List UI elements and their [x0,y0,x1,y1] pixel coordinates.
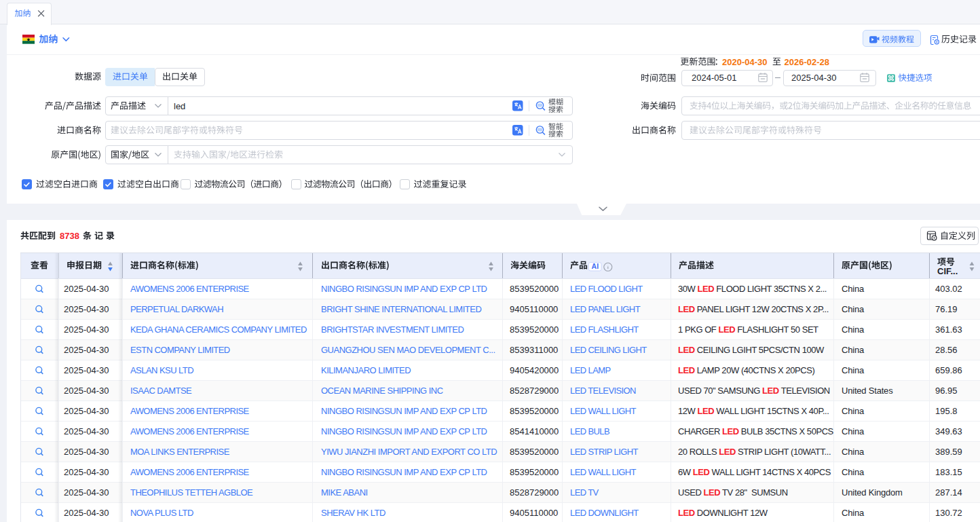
svg-text:NOVA PLUS LTD: NOVA PLUS LTD [130,508,193,518]
svg-text:2025-04-30: 2025-04-30 [64,487,109,498]
svg-text:MIKE ABANI: MIKE ABANI [321,487,368,498]
svg-text:130.72: 130.72 [935,508,962,518]
svg-text:LED STRIP LIGHT: LED STRIP LIGHT [570,447,639,457]
svg-text:LED LAMP: LED LAMP [570,365,611,375]
svg-text:LED PANEL LIGHT: LED PANEL LIGHT [570,304,641,314]
svg-text:BRIGHT SHINE INTERNATIONAL LIM: BRIGHT SHINE INTERNATIONAL LIMITED [321,304,481,314]
svg-text:389.59: 389.59 [935,447,962,457]
svg-text:China: China [842,508,865,518]
svg-text:12W LED WALL LIGHT 15CTNS X 40: 12W LED WALL LIGHT 15CTNS X 40P... [678,406,829,416]
svg-text:361.63: 361.63 [935,324,962,335]
svg-text:LED FLOOD LIGHT: LED FLOOD LIGHT [570,284,643,294]
svg-text:287.14: 287.14 [935,487,962,498]
svg-text:ASLAN KSU LTD: ASLAN KSU LTD [130,365,193,375]
svg-text:8539311000: 8539311000 [510,345,558,355]
svg-text:THEOPHILUS TETTEH AGBLOE: THEOPHILUS TETTEH AGBLOE [130,487,253,498]
svg-text:AWOMENS 2006 ENTERPRISE: AWOMENS 2006 ENTERPRISE [130,426,250,436]
svg-text:2026-02-28: 2026-02-28 [785,57,830,67]
svg-text:8539520000: 8539520000 [510,467,559,477]
svg-text:2025-04-30: 2025-04-30 [64,426,109,436]
svg-text:NINGBO RISINGSUN IMP AND EXP C: NINGBO RISINGSUN IMP AND EXP CP LTD [321,406,487,416]
svg-text:GUANGZHOU SEN MAO DEVELOPMENT: GUANGZHOU SEN MAO DEVELOPMENT C... [321,345,495,355]
svg-text:76.19: 76.19 [935,304,958,314]
svg-text:BRIGHTSTAR INVESTMENT LIMITED: BRIGHTSTAR INVESTMENT LIMITED [321,324,464,335]
svg-text:LED BULB: LED BULB [570,426,609,436]
svg-text:China: China [842,365,865,375]
svg-text:LED TELEVISION: LED TELEVISION [570,386,636,396]
svg-text:183.15: 183.15 [935,467,962,477]
svg-text:403.02: 403.02 [935,284,962,294]
svg-text:LED WALL LIGHT: LED WALL LIGHT [570,467,636,477]
svg-text:2025-04-30: 2025-04-30 [64,386,109,396]
svg-text:USED LED TV 28" SUMSUN: USED LED TV 28" SUMSUN [678,487,788,498]
svg-text:led: led [174,101,185,111]
svg-text:China: China [842,406,865,416]
svg-text:SHERAV HK LTD: SHERAV HK LTD [321,508,385,518]
svg-text:AI: AI [592,262,599,270]
svg-text:NINGBO RISINGSUN IMP AND EXP C: NINGBO RISINGSUN IMP AND EXP CP LTD [321,467,487,477]
svg-text:China: China [842,324,865,335]
svg-text:8528729000: 8528729000 [510,386,559,396]
svg-text:LED TV: LED TV [570,487,599,498]
svg-text:9405110000: 9405110000 [510,304,558,314]
svg-text:8539520000: 8539520000 [510,284,559,294]
svg-text:28.56: 28.56 [935,345,958,355]
svg-text:LED DOWNLIGHT: LED DOWNLIGHT [570,508,639,518]
svg-text:China: China [842,284,865,294]
svg-text:AWOMENS 2006 ENTERPRISE: AWOMENS 2006 ENTERPRISE [130,467,250,477]
svg-text:2020-04-30: 2020-04-30 [722,57,768,67]
svg-text:2024-05-01: 2024-05-01 [692,73,737,83]
svg-text:30W LED FLOOD LIGHT 35CTNS X 2: 30W LED FLOOD LIGHT 35CTNS X 2... [678,284,827,294]
svg-text:8539520000: 8539520000 [510,447,559,457]
svg-text:ESTN COMPANY LIMITED: ESTN COMPANY LIMITED [130,345,230,355]
svg-text:2025-04-30: 2025-04-30 [64,284,109,294]
svg-text:195.8: 195.8 [935,406,958,416]
svg-text:8539520000: 8539520000 [510,406,559,416]
svg-text:9405420000: 9405420000 [510,365,559,375]
svg-text:USED 70" SAMSUNG LED TELEVISIO: USED 70" SAMSUNG LED TELEVISION [678,386,830,396]
svg-text:2025-04-30: 2025-04-30 [64,406,109,416]
svg-text:96.95: 96.95 [935,386,958,396]
svg-text:AWOMENS 2006 ENTERPRISE: AWOMENS 2006 ENTERPRISE [130,284,250,294]
svg-text:CIF...: CIF... [937,266,958,276]
svg-text:2025-04-30: 2025-04-30 [64,304,109,314]
svg-text:United States: United States [842,386,893,396]
svg-text:LED CEILING LGIHT 5PCS/CTN 100: LED CEILING LGIHT 5PCS/CTN 100W [678,345,825,355]
svg-text:AWOMENS 2006 ENTERPRISE: AWOMENS 2006 ENTERPRISE [130,406,250,416]
svg-text:ISAAC DAMTSE: ISAAC DAMTSE [130,386,192,396]
svg-text:2025-04-30: 2025-04-30 [64,365,109,375]
svg-text:2025-04-30: 2025-04-30 [64,467,109,477]
svg-text:MOA LINKS ENTERPRISE: MOA LINKS ENTERPRISE [130,447,230,457]
svg-text:2025-04-30: 2025-04-30 [64,324,109,335]
svg-text:349.63: 349.63 [935,426,962,436]
svg-text:659.86: 659.86 [935,365,962,375]
svg-text:LED PANEL LIGHT 12W 20CTNS X 2: LED PANEL LIGHT 12W 20CTNS X 2P... [678,304,829,314]
svg-text:China: China [842,447,865,457]
svg-text:YIWU JIANZHI IMPORT AND EXPORT: YIWU JIANZHI IMPORT AND EXPORT CO LTD [321,447,497,457]
svg-text:2025-04-30: 2025-04-30 [64,508,109,518]
svg-text:China: China [842,426,865,436]
svg-text:KILIMANJARO LIMITED: KILIMANJARO LIMITED [321,365,411,375]
svg-text:9405110000: 9405110000 [510,508,558,518]
svg-text:PERPETUAL DARKWAH: PERPETUAL DARKWAH [130,304,223,314]
svg-text:2025-04-30: 2025-04-30 [791,73,837,83]
svg-text:CHARGER LED BULB 35CTNS X 50PC: CHARGER LED BULB 35CTNS X 50PCS [678,426,834,436]
svg-text:6W LED WALL LIGHT 14CTNS X 40P: 6W LED WALL LIGHT 14CTNS X 40PCS [678,467,831,477]
svg-text:8528729000: 8528729000 [510,487,559,498]
svg-text:United Kingdom: United Kingdom [842,487,903,498]
svg-text:LED DOWNLIGHT 12W: LED DOWNLIGHT 12W [678,508,768,518]
svg-text:NINGBO RISINGSUN IMP AND EXP C: NINGBO RISINGSUN IMP AND EXP CP LTD [321,426,487,436]
svg-text:KEDA GHANA CERAMICS COMPANY LI: KEDA GHANA CERAMICS COMPANY LIMITED [130,324,307,335]
svg-text:LED CEILING LIGHT: LED CEILING LIGHT [570,345,647,355]
svg-text:OCEAN MARINE SHIPPING INC: OCEAN MARINE SHIPPING INC [321,386,443,396]
svg-text:2025-04-30: 2025-04-30 [64,345,109,355]
svg-text:8539520000: 8539520000 [510,324,559,335]
svg-text:LED WALL LIGHT: LED WALL LIGHT [570,406,636,416]
svg-text:China: China [842,467,865,477]
svg-text:8738: 8738 [60,231,79,241]
svg-text:1 PKG OF LED FLASHLIGHT 50 SET: 1 PKG OF LED FLASHLIGHT 50 SET [678,324,818,335]
svg-text:China: China [842,304,865,314]
svg-text:20 ROLLS LED STRIP LIGHT (10WA: 20 ROLLS LED STRIP LIGHT (10WATT... [678,447,831,457]
svg-text:NINGBO RISINGSUN IMP AND EXP C: NINGBO RISINGSUN IMP AND EXP CP LTD [321,284,487,294]
svg-text:2025-04-30: 2025-04-30 [64,447,109,457]
